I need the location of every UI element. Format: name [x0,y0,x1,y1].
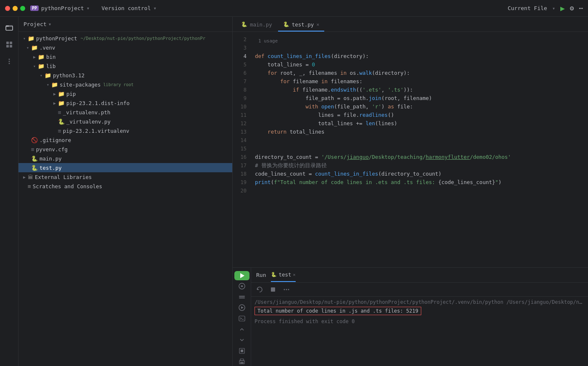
tree-item-virtualenv-py[interactable]: ▶ 🐍 _virtualenv.py [18,117,232,126]
scratches-icon: ≡ [28,183,31,190]
titlebar-right: Current File ▾ ▶ ⚙ ⋯ [508,0,583,16]
tree-item-virtualenv-pth[interactable]: ▶ ≡ _virtualenv.pth [18,108,232,117]
run-panel-icon[interactable] [234,271,249,280]
tab-close-test[interactable]: ✕ [316,22,319,27]
sidebar-icon-grid[interactable] [2,37,17,52]
tree-item-pip[interactable]: ▶ 📁 pip [18,89,232,98]
tree-path-root: ~/Desktop/nut-pie/python/pythonProject/p… [81,36,205,41]
folder-icon-pip: 📁 [58,91,65,97]
printer-icon[interactable] [234,357,249,366]
tree-arrow-bin: ▶ [32,55,37,59]
close-button[interactable] [5,6,10,11]
svg-rect-12 [239,296,245,297]
sidebar-icon-folder[interactable] [2,20,17,35]
version-control-arrow[interactable]: ▾ [153,5,157,11]
folder-icon-site-packages: 📁 [51,82,58,88]
bottom-panel: Run 🐍 test ✕ [233,267,588,366]
code-line: directory_to_count = '/Users/jianguo/Des… [255,153,588,161]
noentry-icon-gitignore: 🚫 [31,137,38,143]
run-label: Run [256,272,266,278]
svg-rect-5 [6,45,9,47]
run-command: /Users/jianguo/Desktop/nut-pie/python/py… [255,299,585,305]
rerun-button[interactable] [255,284,265,295]
tree-arrow-venv: ▾ [25,45,30,50]
run-exit-code: Process finished with exit code 0 [255,319,585,324]
tree-item-gitignore[interactable]: ▶ 🚫 .gitignore [18,135,232,145]
run-button[interactable]: ▶ [560,4,565,13]
editor-area: 🐍 main.py 🐍 test.py ✕ 2 3 4 5 6 7 8 9 10… [233,17,588,366]
svg-point-25 [284,289,285,290]
project-name[interactable]: pythonProject [41,5,84,11]
project-header: Project ▾ [18,17,232,32]
lib-root-badge: library root [103,82,134,87]
title-bar: PP pythonProject ▾ Version control ▾ Cur… [0,0,588,17]
code-line: for filename in filenames: [255,77,588,86]
play-icon[interactable] [234,303,249,313]
run-tab-icon: 🐍 [271,272,277,277]
tree-label-pyvenv: pyvenv.cfg [36,146,68,153]
terminal-icon[interactable] [234,314,249,323]
project-title: PP pythonProject ▾ Version control ▾ [30,5,157,11]
code-content[interactable]: 1 usage def count_lines_in_files(directo… [252,32,588,267]
stop-button[interactable] [268,284,278,295]
scroll-up-icon[interactable] [234,325,249,334]
more-options-icon[interactable]: ⋯ [579,4,583,12]
scroll-down-icon[interactable] [234,335,249,345]
project-panel: Project ▾ ▾ 📁 pythonProject ~/Desktop/nu… [18,17,233,366]
tree-item-lib[interactable]: ▾ 📁 lib [18,61,232,71]
tree-item-venv[interactable]: ▾ 📁 .venv [18,43,232,52]
tree-label-pip: pip [66,91,76,97]
code-line [255,136,588,145]
current-file-arrow[interactable]: ▾ [552,5,555,11]
svg-marker-15 [241,306,244,309]
tree-label-gitignore: .gitignore [39,137,71,143]
tree-item-pyvenv[interactable]: ▶ ≡ pyvenv.cfg [18,145,232,154]
tree-item-root[interactable]: ▾ 📁 pythonProject ~/Desktop/nut-pie/pyth… [18,34,232,43]
run-tab-close[interactable]: ✕ [293,272,296,277]
maximize-button[interactable] [20,6,25,11]
version-control-label[interactable]: Version control [102,5,151,11]
tree-item-test-py[interactable]: ▶ 🐍 test.py [18,163,232,172]
ext-libs-icon: 🏛 [28,174,33,180]
folder-icon-lib: 📁 [38,63,45,69]
layers-icon[interactable] [234,292,249,302]
svg-rect-19 [241,350,243,352]
project-header-label[interactable]: Project [24,21,47,27]
tree-item-pip-virtualenv[interactable]: ▶ ≡ pip-23.2.1.virtualenv [18,126,232,135]
sidebar-icon-dots[interactable] [2,54,17,69]
folder-icon-bin: 📁 [38,54,45,60]
tree-item-ext-libs[interactable]: ▶ 🏛 External Libraries [18,172,232,182]
tree-item-main-py[interactable]: ▶ 🐍 main.py [18,154,232,163]
git-icon[interactable] [234,282,249,291]
tree-item-pip-dist[interactable]: ▶ 📁 pip-23.2.1.dist-info [18,98,232,108]
folder-icon-root: 📁 [28,35,34,42]
tree-label-test-py: test.py [39,165,62,171]
tree-item-scratches[interactable]: ▶ ≡ Scratches and Consoles [18,182,232,191]
current-file-label[interactable]: Current File [508,5,547,11]
tab-label-test: test.py [292,21,314,28]
run-tab-label: test [278,271,291,278]
tree-item-site-packages[interactable]: ▾ 📁 site-packages library root [18,80,232,89]
project-dropdown-arrow[interactable]: ▾ [87,5,90,11]
usage-hint: 1 usage [255,35,588,44]
tab-test-py[interactable]: 🐍 test.py ✕ [278,18,324,32]
project-header-arrow[interactable]: ▾ [48,21,52,27]
svg-rect-4 [10,42,12,44]
svg-rect-6 [10,45,12,47]
scrollbar-end-icon[interactable] [234,346,249,355]
run-output[interactable]: /Users/jianguo/Desktop/nut-pie/python/py… [251,297,588,366]
tree-arrow-root: ▾ [22,36,27,41]
folder-icon-venv: 📁 [31,45,38,51]
code-editor[interactable]: 2 3 4 5 6 7 8 9 10 11 12 13 14 15 16 17 … [233,32,588,267]
minimize-button[interactable] [13,6,18,11]
settings-icon[interactable]: ⚙ [570,4,574,12]
tab-main-py[interactable]: 🐍 main.py [236,18,277,32]
py-icon-main: 🐍 [31,155,38,162]
tree-item-bin[interactable]: ▶ 📁 bin [18,52,232,61]
run-panel-header: Run 🐍 test ✕ [251,268,588,283]
bottom-left-icons [233,268,251,366]
svg-marker-23 [257,288,259,290]
more-run-options[interactable] [281,284,291,295]
tree-item-python312[interactable]: ▾ 📁 python3.12 [18,71,232,80]
run-tab-test[interactable]: 🐍 test ✕ [271,269,295,282]
